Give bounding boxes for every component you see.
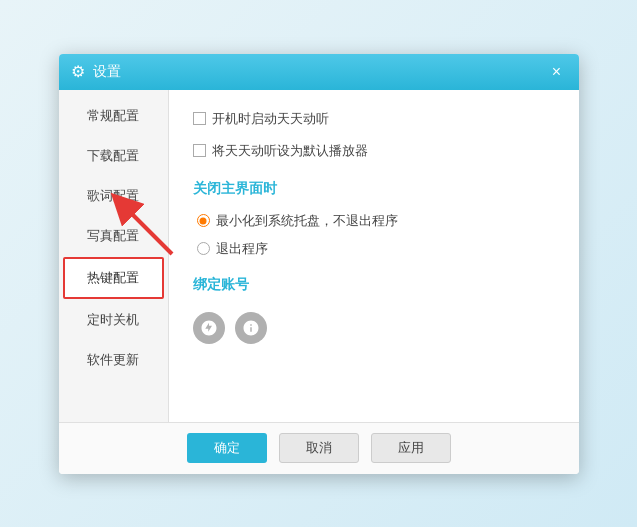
radio-row-exit: 退出程序 (197, 240, 555, 258)
radio-row-minimize: 最小化到系统托盘，不退出程序 (197, 212, 555, 230)
close-behavior-group: 最小化到系统托盘，不退出程序 退出程序 (197, 212, 555, 258)
dialog-header: ⚙ 设置 × (59, 54, 579, 90)
checkbox-row-2: 将天天动听设为默认播放器 (193, 142, 555, 160)
bind-section-title: 绑定账号 (193, 276, 555, 294)
content-area: 开机时启动天天动听 将天天动听设为默认播放器 关闭主界面时 最小化到系统托盘，不… (169, 90, 579, 422)
sidebar-item-download[interactable]: 下载配置 (63, 137, 164, 175)
radio-minimize[interactable] (197, 214, 210, 227)
checkbox-default-player-label: 将天天动听设为默认播放器 (212, 142, 368, 160)
checkbox-autostart[interactable] (193, 112, 206, 125)
close-section-title: 关闭主界面时 (193, 180, 555, 198)
sidebar-item-lyrics[interactable]: 歌词配置 (63, 177, 164, 215)
close-button[interactable]: × (547, 62, 567, 82)
weibo-account-icon[interactable] (235, 312, 267, 344)
dialog-footer: 确定 取消 应用 (59, 422, 579, 474)
radio-minimize-label: 最小化到系统托盘，不退出程序 (216, 212, 398, 230)
sidebar-item-update[interactable]: 软件更新 (63, 341, 164, 379)
qq-account-icon[interactable] (193, 312, 225, 344)
dialog-body: 常规配置 下载配置 歌词配置 写真配置 热键配置 定时关机 软件更新 开机时启动… (59, 90, 579, 422)
sidebar: 常规配置 下载配置 歌词配置 写真配置 热键配置 定时关机 软件更新 (59, 90, 169, 422)
account-icons-row (193, 312, 555, 344)
sidebar-item-timer[interactable]: 定时关机 (63, 301, 164, 339)
radio-exit-label: 退出程序 (216, 240, 268, 258)
checkbox-autostart-label: 开机时启动天天动听 (212, 110, 329, 128)
radio-exit[interactable] (197, 242, 210, 255)
cancel-button[interactable]: 取消 (279, 433, 359, 463)
gear-icon: ⚙ (71, 62, 85, 81)
checkbox-default-player[interactable] (193, 144, 206, 157)
settings-dialog: ⚙ 设置 × 常规配置 下载配置 歌词配置 写真配置 热键配置 定时关机 软件更… (59, 54, 579, 474)
dialog-title: 设置 (93, 63, 547, 81)
sidebar-item-cover[interactable]: 写真配置 (63, 217, 164, 255)
sidebar-item-hotkey[interactable]: 热键配置 (63, 257, 164, 299)
sidebar-item-general[interactable]: 常规配置 (63, 97, 164, 135)
apply-button[interactable]: 应用 (371, 433, 451, 463)
checkbox-row-1: 开机时启动天天动听 (193, 110, 555, 128)
confirm-button[interactable]: 确定 (187, 433, 267, 463)
